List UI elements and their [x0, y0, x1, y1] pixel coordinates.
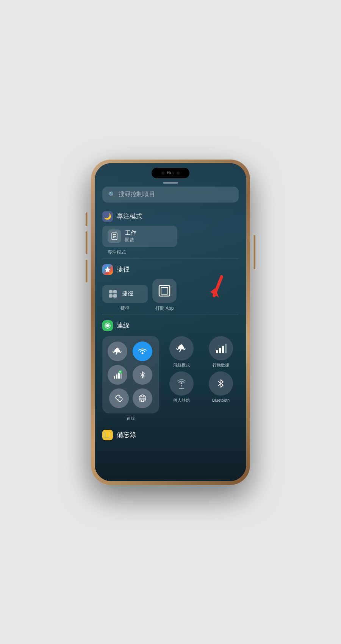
svg-rect-9	[113, 294, 117, 298]
airplane-mode-icon	[108, 341, 127, 361]
connectivity-header: 連線	[102, 320, 239, 331]
search-placeholder-text: 搜尋控制項目	[119, 190, 155, 198]
svg-rect-16	[116, 374, 117, 379]
search-bar[interactable]: 🔍 搜尋控制項目	[102, 187, 239, 203]
di-dot-2	[177, 172, 180, 175]
notes-section-title: 備忘錄	[117, 430, 136, 439]
drag-handle[interactable]	[163, 182, 178, 184]
ctrl-row-2: 個人熱點 Bluetooth	[164, 371, 239, 403]
shortcut-button[interactable]: 捷徑	[102, 285, 148, 303]
svg-rect-7	[113, 290, 117, 293]
focus-item[interactable]: 工作 開啟	[102, 226, 177, 247]
phone-frame: 剩1△ 🔍 搜尋控制項目 🌙 專注模式	[91, 159, 250, 485]
shortcut-label: 捷徑	[120, 305, 130, 312]
connectivity-panel-label: 連線	[127, 416, 135, 421]
focus-item-icon	[108, 229, 121, 243]
shortcuts-icon	[108, 288, 118, 299]
svg-rect-17	[118, 373, 120, 379]
globe-icon	[133, 388, 152, 408]
screen-content: 剩1△ 🔍 搜尋控制項目 🌙 專注模式	[95, 163, 246, 481]
open-app-label: 打開 App	[155, 305, 174, 312]
dynamic-island: 剩1△	[152, 168, 189, 178]
focus-section-icon: 🌙	[102, 211, 113, 222]
shortcut-name: 捷徑	[122, 290, 133, 297]
right-controls: 飛航模式	[164, 336, 239, 403]
focus-item-name: 工作	[125, 229, 136, 237]
shortcuts-section-header: 捷徑	[102, 264, 239, 275]
volume-up-button[interactable]	[86, 231, 88, 254]
airplane-mode-label: 飛航模式	[173, 362, 190, 368]
svg-rect-26	[219, 348, 221, 353]
main-content: 🌙 專注模式	[95, 207, 246, 481]
airplane-ctrl-item: 飛航模式	[164, 336, 199, 368]
link-icon	[109, 388, 129, 408]
focus-section-title: 專注模式	[117, 212, 142, 221]
phone-screen: 剩1△ 🔍 搜尋控制項目 🌙 專注模式	[95, 163, 246, 481]
hotspot-label: 個人熱點	[173, 398, 190, 403]
svg-rect-3	[113, 237, 114, 238]
focus-mode-label: 專注模式	[102, 249, 177, 256]
connectivity-panel[interactable]	[102, 336, 159, 413]
airplane-mode-button[interactable]	[169, 336, 194, 360]
red-arrow-indicator	[205, 275, 227, 301]
shortcuts-section: 捷徑	[102, 259, 239, 315]
svg-rect-28	[225, 344, 227, 353]
power-button[interactable]	[253, 235, 255, 269]
svg-rect-25	[216, 350, 218, 353]
cellular-button[interactable]	[209, 336, 233, 360]
bluetooth-button[interactable]	[209, 371, 233, 396]
focus-item-text: 工作 開啟	[125, 229, 136, 243]
ctrl-row-1: 飛航模式	[164, 336, 239, 368]
svg-rect-27	[222, 346, 224, 353]
connectivity-section: 連線	[102, 315, 239, 424]
bluetooth-panel-icon	[133, 365, 152, 385]
connectivity-icon	[102, 320, 113, 331]
bluetooth-ctrl-item: Bluetooth	[203, 371, 239, 403]
notes-section-header: 📒 備忘錄	[102, 430, 239, 440]
svg-rect-8	[109, 294, 113, 298]
svg-rect-11	[161, 287, 168, 294]
bluetooth-label: Bluetooth	[212, 398, 230, 403]
search-icon: 🔍	[108, 191, 116, 198]
connectivity-row: 連線 飛航模式	[102, 336, 239, 421]
focus-item-status: 開啟	[125, 237, 136, 243]
svg-rect-1	[113, 234, 116, 235]
open-app-item: 打開 App	[152, 279, 177, 312]
svg-rect-15	[114, 376, 115, 379]
volume-down-button[interactable]	[86, 260, 88, 282]
focus-mode-section: 🌙 專注模式	[102, 207, 239, 259]
connectivity-title: 連線	[117, 321, 130, 330]
big-panel-wrapper: 連線	[102, 336, 159, 421]
wifi-active-icon	[133, 341, 152, 361]
shortcuts-row: 捷徑 捷徑 打	[102, 279, 239, 312]
svg-point-32	[181, 382, 183, 384]
notes-section-icon: 📒	[102, 430, 113, 440]
hotspot-ctrl-item: 個人熱點	[164, 371, 199, 403]
hotspot-button[interactable]	[169, 371, 194, 396]
di-status-text: 剩1△	[167, 171, 174, 175]
shortcuts-section-icon	[102, 264, 113, 275]
shortcut-item: 捷徑 捷徑	[102, 285, 148, 312]
svg-rect-6	[109, 290, 113, 293]
cellular-signal-icon	[108, 365, 127, 385]
svg-point-14	[142, 352, 144, 354]
open-app-button[interactable]	[152, 279, 177, 303]
focus-section-header: 🌙 專注模式	[102, 211, 239, 222]
cellular-label: 行動數據	[213, 362, 229, 368]
shortcuts-section-title: 捷徑	[117, 265, 130, 274]
notes-section: 📒 備忘錄	[102, 424, 239, 440]
svg-rect-2	[113, 236, 116, 237]
cellular-ctrl-item: 行動數據	[203, 336, 239, 368]
mute-button[interactable]	[86, 212, 88, 226]
di-dot-1	[161, 172, 164, 175]
